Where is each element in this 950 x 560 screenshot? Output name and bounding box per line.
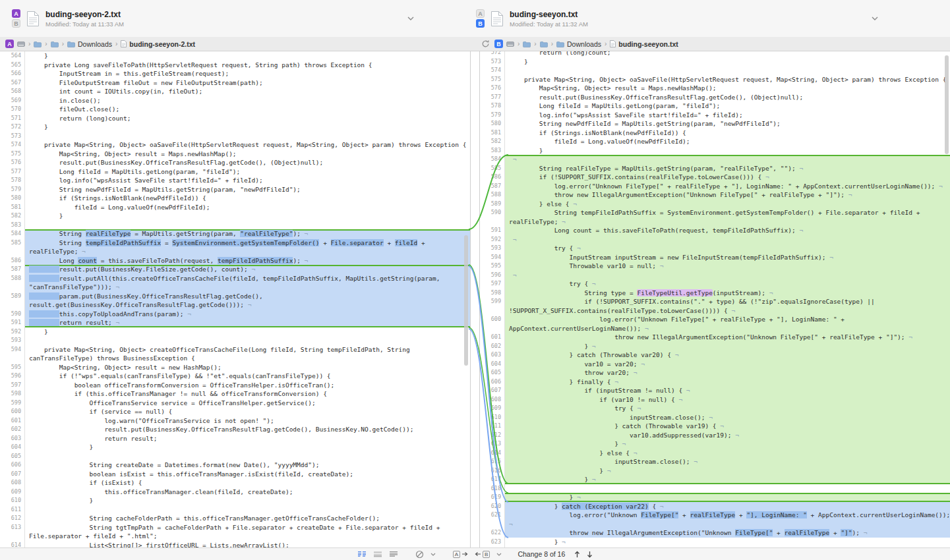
code-text: Map<String, Object> result = Maps.newHas…	[25, 150, 470, 159]
code-text: boolean isExist = this.officeTransManage…	[25, 470, 470, 479]
file-icon	[121, 40, 127, 47]
code-line: 568 int count = IOUtils.copy(in, fileOut…	[0, 87, 470, 96]
next-change-button[interactable]	[587, 551, 593, 558]
code-text: } else { ¬	[505, 200, 950, 209]
code-line: 611	[0, 505, 470, 515]
code-line: 571 return (long)count;	[0, 114, 470, 123]
code-line: 593 try { ¬	[480, 244, 950, 253]
code-line: 603 } catch (Throwable var20) { ¬	[480, 350, 950, 360]
folder-icon	[540, 41, 548, 47]
filter-chevron-icon[interactable]	[430, 553, 436, 556]
diff-app-window: A B buding-seeyon-2.txt Modified: Today …	[0, 0, 950, 560]
code-line: 583	[0, 221, 470, 230]
line-number: 613	[480, 439, 505, 449]
code-line: 610 inputStream.close(); ¬	[480, 413, 950, 422]
merge-chevron-icon[interactable]	[496, 553, 502, 556]
line-number: 596	[0, 372, 25, 381]
arrow-down-icon	[587, 551, 593, 558]
blocks-view-icon[interactable]	[373, 551, 382, 558]
diff-pane-right[interactable]: 572 return (long)count;573 }574575 priva…	[479, 51, 950, 548]
breadcrumb-item[interactable]: Downloads	[556, 40, 601, 48]
code-text: Long count = this.saveFileToPath(request…	[505, 226, 950, 235]
code-text	[25, 221, 470, 230]
line-number: 583	[480, 146, 505, 155]
unified-view-icon[interactable]	[389, 551, 398, 558]
breadcrumb-item[interactable]: buding-seeyon.txt	[610, 40, 678, 48]
file-a-badge-stack: A B	[12, 9, 20, 28]
line-number: 572	[480, 51, 505, 57]
code-text: String tempFileIdPathSuffix = SystemEnvi…	[25, 238, 470, 256]
code-line: 622 throw new IllegalArgumentException("…	[480, 528, 950, 538]
merge-b-to-a-button[interactable]: B	[475, 551, 490, 558]
code-text: if (isExist) {	[25, 478, 470, 488]
fluid-view-icon[interactable]	[357, 551, 367, 558]
badge-a: A	[5, 40, 14, 48]
badge-a: A	[12, 9, 20, 18]
line-number: 581	[480, 128, 505, 138]
code-text: log.warn("OfficeTransService is not open…	[25, 416, 470, 426]
code-text: fileOut.close();	[25, 105, 470, 114]
code-line: 604 var10 = var20; ¬	[480, 360, 950, 369]
line-number: 610	[0, 496, 25, 505]
file-b-modified: Modified: Today at 11:32 AM	[510, 20, 588, 28]
code-line: 615 inputStream.close(); ¬	[480, 457, 950, 466]
code-text: if (var10 != null) { ¬	[505, 395, 950, 405]
code-line: 575 private Map<String, Object> oaSaveFi…	[480, 75, 950, 84]
breadcrumb-item[interactable]: Downloads	[67, 40, 112, 48]
breadcrumb-item[interactable]: buding-seeyon-2.txt	[121, 40, 195, 48]
code-line: 594 InputStream inputStream = new FileIn…	[480, 253, 950, 262]
line-number: 572	[0, 123, 25, 132]
file-a-selector[interactable]: A B buding-seeyon-2.txt Modified: Today …	[5, 4, 421, 33]
code-line: 592 }	[0, 327, 470, 337]
code-text: if (inputStream != null) { ¬	[505, 386, 950, 395]
code-text: }	[25, 123, 470, 132]
code-text: result.putAll(this.createOfficeTransCach…	[25, 274, 470, 292]
code-line: 619 } ¬	[480, 493, 950, 502]
code-text: return result; ¬	[25, 318, 470, 327]
code-line: 598 String type = FileTypeUtil.getType(i…	[480, 289, 950, 298]
line-number: 593	[0, 336, 25, 345]
document-icon	[490, 11, 504, 27]
diff-pane-left[interactable]: 564 }565 private Long saveFileToPath(Htt…	[0, 51, 471, 548]
left-pane-scrollbar[interactable]	[464, 235, 468, 366]
breadcrumb-label: buding-seeyon-2.txt	[129, 40, 195, 48]
file-b-selector[interactable]: A B buding-seeyon.txt Modified: Today at…	[469, 4, 885, 33]
code-line: 609 this.officeTransManager.clean(fileId…	[0, 488, 470, 497]
code-text: throw new IllegalArgumentException("Unkn…	[505, 333, 950, 342]
refresh-icon[interactable]	[481, 40, 490, 48]
code-text: result.put(BusinessKey.OfficeTransResult…	[505, 93, 950, 102]
code-text: ¬	[505, 235, 950, 244]
file-b-badge-stack: A B	[476, 9, 485, 28]
line-number: 576	[0, 158, 25, 167]
code-line: 592 ¬	[480, 235, 950, 244]
line-number: 579	[0, 185, 25, 194]
code-text: private Map<String, Object> createOffice…	[25, 345, 470, 363]
code-text: Map<String, Object> result = new HashMap…	[25, 363, 470, 372]
code-text: Map<String, Object> result = Maps.newHas…	[505, 84, 950, 93]
line-number: 618	[480, 484, 505, 493]
code-line: 596 ¬	[480, 271, 950, 280]
code-line: 581 if (Strings.isNotBlank(newPdfFileId)…	[480, 128, 950, 138]
arrow-right-icon	[461, 551, 468, 557]
right-pane-scrollbar[interactable]	[945, 55, 949, 154]
line-number: 583	[0, 221, 25, 230]
code-text: if (!SUPPORT_SUFFIX.contains(realFileTyp…	[505, 173, 950, 182]
exclude-unchanged-icon[interactable]	[415, 550, 424, 559]
folder-icon	[556, 41, 564, 47]
code-line: 602 result.put(BusinessKey.OfficeTransRe…	[0, 425, 470, 434]
code-text: }	[25, 496, 470, 505]
breadcrumb-right-items: B›››Downloads›buding-seeyon.txt	[494, 40, 678, 48]
line-number: 570	[0, 105, 25, 114]
line-number: 580	[480, 119, 505, 128]
code-line: 583 }	[480, 146, 950, 155]
line-number: 621	[480, 511, 505, 528]
line-number: 575	[0, 150, 25, 159]
previous-change-button[interactable]	[574, 551, 580, 558]
code-text: log.error("Unknown FileType[" + realFile…	[505, 182, 950, 191]
file-b-meta: buding-seeyon.txt Modified: Today at 11:…	[510, 10, 588, 28]
line-number: 594	[0, 345, 25, 363]
code-text: }	[505, 57, 950, 67]
merge-a-to-b-button[interactable]: A	[453, 551, 468, 558]
code-line: 578 Long fileId = MapUtils.getLong(param…	[480, 101, 950, 111]
code-text	[25, 336, 470, 345]
